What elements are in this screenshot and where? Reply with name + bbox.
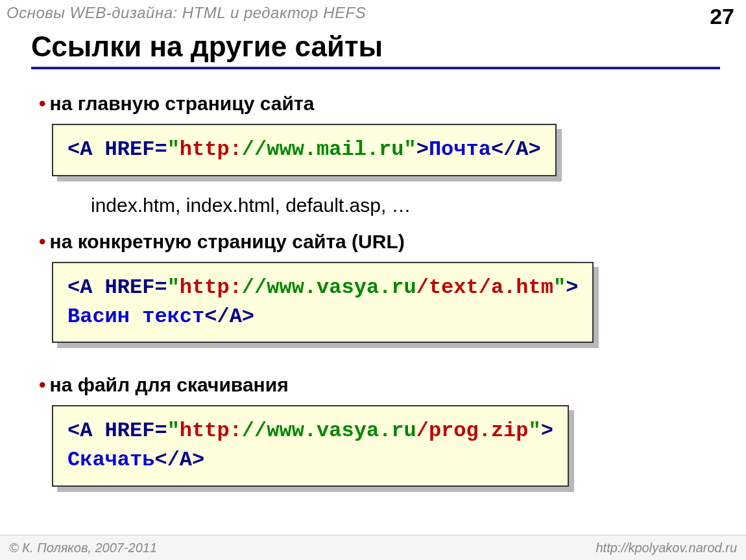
note-index-files: index.htm, index.html, default.asp, … [91,194,720,216]
slide-title: Ссылки на другие сайты [31,30,720,69]
code-linktext: Почта [429,137,491,161]
code-tag-open: <A HREF= [67,419,167,443]
code-quote: " [167,137,180,161]
bullet-2-text: на конкретную страницу сайта (URL) [50,231,405,252]
content-area: •на главную страницу сайта <A HREF="http… [0,69,746,500]
code-quote: " [403,137,416,161]
code-path: /text/a.htm [416,275,553,299]
code-gt: > [566,275,578,299]
code-tag-close: </A> [491,137,541,161]
code-gt: > [416,137,429,161]
code-tag-open: <A HREF= [67,137,167,161]
header-subject: Основы WEB-дизайна: HTML и редактор HEFS [6,4,366,22]
bullet-1: •на главную страницу сайта [39,93,720,115]
bullet-dot-icon: • [39,93,46,114]
codebox-3-wrap: <A HREF="http://www.vasya.ru/prog.zip"> … [52,405,569,487]
codebox-3: <A HREF="http://www.vasya.ru/prog.zip"> … [52,405,569,487]
header-bar: Основы WEB-дизайна: HTML и редактор HEFS… [0,0,746,29]
code-tag-close: </A> [204,305,254,329]
code-quote: " [167,419,180,443]
code-scheme: http: [180,419,242,443]
code-host: //www.vasya.ru [242,275,416,299]
code-quote: " [529,419,541,443]
code-tag-close: </A> [154,448,204,472]
codebox-2: <A HREF="http://www.vasya.ru/text/a.htm"… [52,262,594,344]
code-host: //www.vasya.ru [242,419,416,443]
code-tag-open: <A HREF= [67,275,167,299]
code-gt: > [541,419,553,443]
code-quote: " [553,275,566,299]
bullet-3: •на файл для скачивания [39,374,720,396]
bullet-2: •на конкретную страницу сайта (URL) [39,231,720,253]
footer-bar: © К. Поляков, 2007-2011 http://kpolyakov… [0,535,746,560]
footer-url: http://kpolyakov.narod.ru [596,541,737,555]
codebox-2-wrap: <A HREF="http://www.vasya.ru/text/a.htm"… [52,262,594,344]
codebox-1: <A HREF="http://www.mail.ru">Почта</A> [52,124,557,176]
code-quote: " [167,275,180,299]
bullet-dot-icon: • [39,374,46,395]
page-number: 27 [710,4,734,29]
bullet-dot-icon: • [39,231,46,252]
copyright-icon: © [9,541,19,555]
bullet-3-text: на файл для скачивания [50,374,289,395]
code-scheme: http: [180,137,242,161]
bullet-1-text: на главную страницу сайта [50,93,315,114]
code-linktext: Васин текст [67,305,204,329]
footer-author: К. Поляков, 2007-2011 [19,541,157,555]
footer-copyright: © К. Поляков, 2007-2011 [9,541,157,555]
codebox-1-wrap: <A HREF="http://www.mail.ru">Почта</A> [52,124,557,176]
code-path: /prog.zip [416,419,529,443]
code-url: //www.mail.ru [242,137,404,161]
slide: Основы WEB-дизайна: HTML и редактор HEFS… [0,0,746,560]
code-scheme: http: [180,275,242,299]
code-linktext: Скачать [67,448,154,472]
